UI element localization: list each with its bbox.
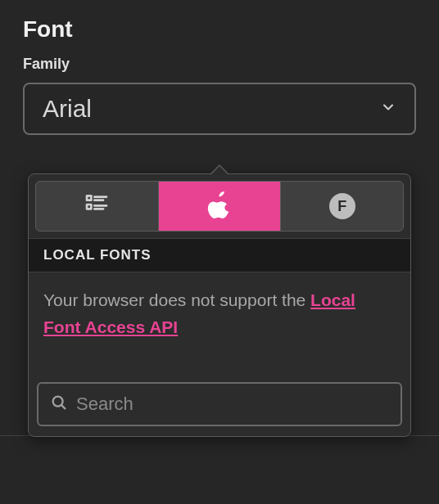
tab-system[interactable] (158, 182, 281, 231)
search-box[interactable] (37, 382, 402, 426)
local-fonts-message: Your browser does not support the Local … (29, 272, 410, 376)
search-icon (50, 394, 68, 415)
local-fonts-message-text: Your browser does not support the Local … (43, 290, 355, 336)
family-select-value: Arial (43, 95, 92, 123)
svg-line-7 (61, 405, 65, 408)
font-source-tabs: F (35, 181, 404, 232)
tab-list[interactable] (36, 182, 158, 231)
svg-rect-3 (87, 205, 91, 209)
message-prefix: Your browser does not support the (43, 290, 310, 309)
popover-arrow (210, 164, 229, 174)
tab-google-fonts[interactable]: F (280, 182, 403, 231)
font-picker-popover: F LOCAL FONTS Your browser does not supp… (28, 173, 411, 437)
svg-rect-0 (87, 196, 91, 200)
font-panel: Font Family Arial (0, 0, 439, 135)
font-search-input[interactable] (76, 394, 389, 415)
family-select[interactable]: Arial (23, 83, 416, 135)
family-label: Family (23, 56, 416, 73)
search-container (29, 376, 410, 436)
apple-icon (206, 190, 233, 223)
font-badge-icon: F (329, 193, 355, 219)
chevron-down-icon (380, 99, 396, 119)
list-icon (84, 191, 110, 221)
section-title: Font (23, 16, 416, 43)
local-fonts-header: LOCAL FONTS (29, 238, 410, 272)
